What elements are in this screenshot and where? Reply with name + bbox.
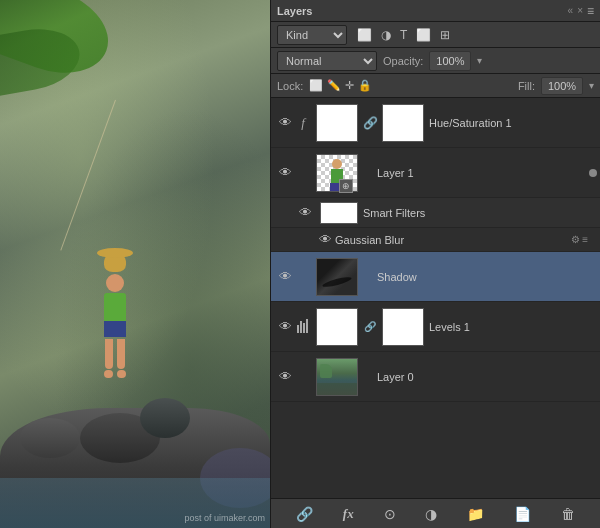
spacer-layer1 bbox=[295, 153, 311, 193]
layer-name-gaussian-blur: Gaussian Blur bbox=[335, 234, 571, 246]
lock-all-icon[interactable]: 🔒 bbox=[358, 79, 372, 92]
pixel-filter-icon[interactable]: ⬜ bbox=[355, 27, 374, 43]
delete-layer-button[interactable]: 🗑 bbox=[557, 504, 579, 524]
opacity-input[interactable] bbox=[429, 51, 471, 71]
spacer-layer0 bbox=[295, 357, 311, 397]
layer-row-gaussian-blur[interactable]: 👁 Gaussian Blur ⚙ ≡ bbox=[271, 228, 600, 252]
visibility-toggle-smart-filters[interactable]: 👁 bbox=[295, 203, 315, 223]
landscape-tree bbox=[320, 364, 332, 378]
layer-mask-thumb-levels1 bbox=[382, 308, 424, 346]
new-group-button[interactable]: 📁 bbox=[463, 504, 488, 524]
lock-transparency-icon[interactable]: ⬜ bbox=[309, 79, 323, 92]
panel-controls: « × ≡ bbox=[568, 4, 594, 18]
visibility-toggle-levels1[interactable]: 👁 bbox=[275, 317, 295, 337]
gaussian-settings: ⚙ ≡ bbox=[571, 234, 588, 245]
fill-label: Fill: bbox=[518, 80, 535, 92]
opacity-label: Opacity: bbox=[383, 55, 423, 67]
new-layer-button[interactable]: 📄 bbox=[510, 504, 535, 524]
landscape-water bbox=[317, 383, 357, 395]
layer-row-layer1[interactable]: 👁 Layer 1 ⊕ bbox=[271, 148, 600, 198]
layers-panel: Layers « × ≡ Kind Name Effect Mode ⬜ ◑ T… bbox=[270, 0, 600, 528]
kind-select[interactable]: Kind Name Effect Mode bbox=[277, 25, 347, 45]
layer-name-levels1: Levels 1 bbox=[429, 321, 596, 333]
chain-icon-hue-saturation: 🔗 bbox=[363, 116, 377, 130]
layer-name-layer1: Layer 1 bbox=[377, 167, 596, 179]
lock-label: Lock: bbox=[277, 80, 303, 92]
layer-row-shadow[interactable]: 👁 Shadow bbox=[271, 252, 600, 302]
svg-rect-1 bbox=[300, 321, 302, 333]
layers-list[interactable]: 👁 f 🔗 Hue/Saturation 1 👁 Layer 1 ⊕ bbox=[271, 98, 600, 498]
fill-dropdown-arrow[interactable]: ▾ bbox=[589, 80, 594, 91]
panel-titlebar: Layers « × ≡ bbox=[271, 0, 600, 22]
lock-icons: ⬜ ✏️ ✛ 🔒 bbox=[309, 79, 372, 92]
gaussian-settings-icon[interactable]: ⚙ bbox=[571, 234, 580, 245]
layer-name-layer0: Layer 0 bbox=[377, 371, 596, 383]
opacity-dropdown-arrow[interactable]: ▾ bbox=[477, 55, 482, 66]
shape-filter-icon[interactable]: ⬜ bbox=[414, 27, 433, 43]
svg-rect-3 bbox=[306, 319, 308, 333]
shadow-shape bbox=[322, 275, 353, 289]
svg-rect-0 bbox=[297, 325, 299, 333]
close-icon[interactable]: × bbox=[577, 5, 583, 16]
gaussian-blend-icon[interactable]: ≡ bbox=[582, 234, 588, 245]
girl-figure bbox=[70, 248, 160, 428]
fx-button[interactable]: fx bbox=[339, 504, 358, 524]
layer-thumb-hue-saturation bbox=[316, 104, 358, 142]
layers-toolbar: 🔗 fx ⊙ ◑ 📁 📄 🗑 bbox=[271, 498, 600, 528]
layer-name-hue-saturation: Hue/Saturation 1 bbox=[429, 117, 596, 129]
filter-icons: ⬜ ◑ T ⬜ ⊞ bbox=[355, 27, 452, 43]
smart-filter-icon[interactable]: ⊞ bbox=[438, 27, 452, 43]
watermark: post of uimaker.com bbox=[184, 513, 265, 523]
visibility-toggle-shadow[interactable]: 👁 bbox=[275, 267, 295, 287]
add-mask-button[interactable]: ⊙ bbox=[380, 504, 400, 524]
visibility-toggle-layer1[interactable]: 👁 bbox=[275, 163, 295, 183]
blend-row: Normal Dissolve Multiply Screen Opacity:… bbox=[271, 48, 600, 74]
type-filter-icon[interactable]: T bbox=[398, 27, 409, 43]
panel-menu-icon[interactable]: ≡ bbox=[587, 4, 594, 18]
layer-row-levels1[interactable]: 👁 🔗 Levels 1 bbox=[271, 302, 600, 352]
visibility-toggle-gaussian-blur[interactable]: 👁 bbox=[315, 230, 335, 250]
layer-thumb-smart-filters bbox=[320, 202, 358, 224]
layer-name-smart-filters: Smart Filters bbox=[363, 207, 596, 219]
svg-rect-2 bbox=[303, 323, 305, 333]
scroll-indicator-layer1 bbox=[589, 169, 597, 177]
layer-row-layer0[interactable]: 👁 Layer 0 bbox=[271, 352, 600, 402]
adjustment-filter-icon[interactable]: ◑ bbox=[379, 27, 393, 43]
blend-mode-select[interactable]: Normal Dissolve Multiply Screen bbox=[277, 51, 377, 71]
layer-thumb-levels1 bbox=[316, 308, 358, 346]
layer-row-hue-saturation[interactable]: 👁 f 🔗 Hue/Saturation 1 bbox=[271, 98, 600, 148]
layer-name-shadow: Shadow bbox=[377, 271, 596, 283]
layer-badge-layer1: ⊕ bbox=[339, 179, 353, 193]
photo-canvas: post of uimaker.com bbox=[0, 0, 270, 528]
lock-position-icon[interactable]: ✛ bbox=[345, 79, 354, 92]
collapse-icon[interactable]: « bbox=[568, 5, 574, 16]
visibility-toggle-layer0[interactable]: 👁 bbox=[275, 367, 295, 387]
layer-row-smart-filters[interactable]: 👁 Smart Filters bbox=[271, 198, 600, 228]
fill-input[interactable] bbox=[541, 77, 583, 95]
layer-thumb-layer0 bbox=[316, 358, 358, 396]
layer-mask-thumb-hue-saturation bbox=[382, 104, 424, 142]
visibility-toggle-hue-saturation[interactable]: 👁 bbox=[275, 113, 295, 133]
spacer-shadow bbox=[295, 257, 311, 297]
levels-extra-icon bbox=[295, 307, 311, 347]
lock-image-icon[interactable]: ✏️ bbox=[327, 79, 341, 92]
link-layers-button[interactable]: 🔗 bbox=[292, 504, 317, 524]
fx-icon-hue-saturation: f bbox=[295, 103, 311, 143]
layer-thumb-shadow bbox=[316, 258, 358, 296]
chain-icon-levels1: 🔗 bbox=[363, 321, 377, 332]
new-adjustment-button[interactable]: ◑ bbox=[421, 504, 441, 524]
lock-row: Lock: ⬜ ✏️ ✛ 🔒 Fill: ▾ bbox=[271, 74, 600, 98]
panel-title: Layers bbox=[277, 5, 312, 17]
filter-row: Kind Name Effect Mode ⬜ ◑ T ⬜ ⊞ bbox=[271, 22, 600, 48]
fishing-rod bbox=[60, 100, 116, 251]
